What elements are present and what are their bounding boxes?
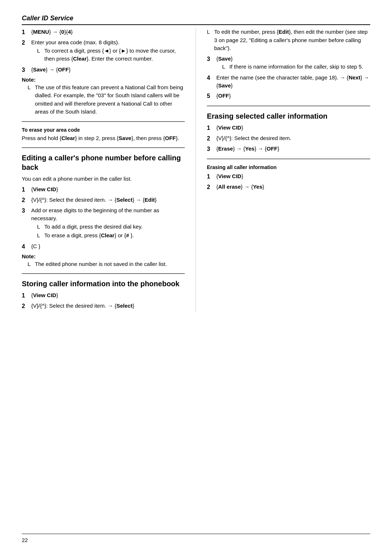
step-content: {View CID} <box>216 172 243 181</box>
bottom-rule <box>22 534 370 534</box>
step-number: 4 <box>207 74 215 90</box>
step-item: 5 {OFF} <box>207 92 370 100</box>
step-content: Add or erase digits to the beginning of … <box>31 207 159 222</box>
step-content: {All erase} → {Yes} <box>216 183 264 192</box>
step-number: 1 <box>22 28 30 37</box>
storing-steps: 1 {View CID} 2 {V}/{^}: Select the desir… <box>22 291 185 311</box>
sub-content: If there is name information for the cal… <box>229 63 363 71</box>
step-number: 3 <box>22 66 30 74</box>
sub-item: L To correct a digit, press {◄} or {►} t… <box>37 47 185 63</box>
sub-content: To erase a digit, press {Clear} or {# }. <box>44 231 134 240</box>
sub-content: To edit the number, press {Edit}, then e… <box>214 28 370 53</box>
step-item: 1 {View CID} <box>22 291 185 300</box>
bullet: L <box>207 28 213 53</box>
note-content: The edited phone number is not saved in … <box>35 260 167 268</box>
step-number: 1 <box>22 291 30 300</box>
step-content: {Save} <box>216 56 233 62</box>
step-item: 2 {V}/{^}: Select the desired item. → {S… <box>22 196 185 205</box>
erase-area-code-text: Press and hold {Clear} in step 2, press … <box>22 134 185 143</box>
page-number: 22 <box>22 537 28 543</box>
step-number: 1 <box>207 124 215 132</box>
section-divider <box>22 147 185 148</box>
step-number: 2 <box>207 183 215 192</box>
step-content: {MENU} → {0}{4} <box>31 28 73 37</box>
section-divider <box>22 121 185 122</box>
step-number: 2 <box>207 134 215 143</box>
step-content-block: Add or erase digits to the beginning of … <box>31 206 185 241</box>
note-label: Note: <box>22 253 185 259</box>
step-number: 3 <box>207 55 215 72</box>
bullet: L <box>37 47 43 63</box>
step-number: 2 <box>22 196 30 205</box>
note-label: Note: <box>22 77 185 83</box>
two-column-layout: 1 {MENU} → {0}{4} 2 Enter your area code… <box>22 28 370 312</box>
step-number: 3 <box>207 145 215 153</box>
erase-area-code-heading: To erase your area code <box>22 127 185 133</box>
step-content: {Erase} → {Yes} → {OFF} <box>216 145 279 153</box>
step-number: 3 <box>22 206 30 241</box>
page-title: Caller ID Service <box>22 15 370 25</box>
step-number: 1 <box>22 185 30 194</box>
section-divider <box>22 273 185 274</box>
step-content: {V}/{^}: Select the desired item. <box>216 134 291 143</box>
step-content: {View CID} <box>31 185 58 194</box>
initial-steps: 1 {MENU} → {0}{4} 2 Enter your area code… <box>22 28 185 74</box>
bullet: L <box>28 83 33 116</box>
editing-section-heading: Editing a caller's phone number before c… <box>22 153 185 172</box>
note-content: The use of this feature can prevent a Na… <box>35 83 185 116</box>
step-content-block: {Save} L If there is name information fo… <box>216 55 363 72</box>
bullet: L <box>37 223 43 231</box>
step-number: 5 <box>207 92 215 100</box>
step-content: {C } <box>31 242 40 251</box>
step-item: 3 {Erase} → {Yes} → {OFF} <box>207 145 370 153</box>
step-number: 2 <box>22 302 30 311</box>
step-content-block: Enter your area code (max. 8 digits). L … <box>31 38 185 64</box>
right-column: L To edit the number, press {Edit}, then… <box>196 28 370 312</box>
sub-item: L To erase a digit, press {Clear} or {# … <box>37 231 185 240</box>
step-content: {V}/{^}: Select the desired item. → {Sel… <box>31 302 134 311</box>
step-content: {View CID} <box>216 124 243 132</box>
bullet: L <box>222 63 228 71</box>
step-item: 2 {All erase} → {Yes} <box>207 183 370 192</box>
sub-content: To correct a digit, press {◄} or {►} to … <box>44 47 185 63</box>
erasing-all-heading: Erasing all caller information <box>207 164 370 170</box>
erasing-selected-steps: 1 {View CID} 2 {V}/{^}: Select the desir… <box>207 124 370 153</box>
step-item: 1 {View CID} <box>207 124 370 132</box>
step-item: 2 {V}/{^}: Select the desired item. <box>207 134 370 143</box>
step-item: 1 {View CID} <box>207 172 370 181</box>
step-content: Enter your area code (max. 8 digits). <box>31 39 119 45</box>
page: Caller ID Service 1 {MENU} → {0}{4} 2 En… <box>0 0 392 554</box>
step-content: {V}/{^}: Select the desired item. → {Sel… <box>31 196 157 205</box>
step-number: 1 <box>207 172 215 181</box>
storing-section-heading: Storing caller information into the phon… <box>22 279 185 288</box>
erasing-selected-heading: Erasing selected caller information <box>207 111 370 121</box>
step-content: {OFF} <box>216 92 231 100</box>
bullet: L <box>28 260 33 268</box>
step-item: 1 {MENU} → {0}{4} <box>22 28 185 37</box>
editing-intro: You can edit a phone number in the calle… <box>22 175 185 183</box>
step-item: 3 {Save} L If there is name information … <box>207 55 370 72</box>
step-number: 2 <box>22 38 30 64</box>
step-item: 2 Enter your area code (max. 8 digits). … <box>22 38 185 64</box>
step-content: {Save} → {OFF} <box>31 66 70 74</box>
step-content: {View CID} <box>31 291 58 300</box>
editing-steps: 1 {View CID} 2 {V}/{^}: Select the desir… <box>22 185 185 251</box>
step-item: 4 {C } <box>22 242 185 251</box>
step-content: Enter the name (see the character table,… <box>216 74 370 90</box>
section-divider <box>207 106 370 106</box>
step-number: 4 <box>22 242 30 251</box>
sub-item: L To add a digit, press the desired dial… <box>37 223 185 231</box>
section-divider <box>207 159 370 159</box>
note-item: L The edited phone number is not saved i… <box>28 260 185 268</box>
step-item: 4 Enter the name (see the character tabl… <box>207 74 370 90</box>
sub-item: L If there is name information for the c… <box>222 63 363 71</box>
step-item: 3 Add or erase digits to the beginning o… <box>22 206 185 241</box>
sub-item: L To edit the number, press {Edit}, then… <box>207 28 370 53</box>
storing-continued-steps: 3 {Save} L If there is name information … <box>207 55 370 100</box>
step-item: 3 {Save} → {OFF} <box>22 66 185 74</box>
erasing-all-steps: 1 {View CID} 2 {All erase} → {Yes} <box>207 172 370 192</box>
note-item: L The use of this feature can prevent a … <box>28 83 185 116</box>
sub-content: To add a digit, press the desired dial k… <box>44 223 143 231</box>
bullet: L <box>37 231 43 240</box>
step-item: 2 {V}/{^}: Select the desired item. → {S… <box>22 302 185 311</box>
